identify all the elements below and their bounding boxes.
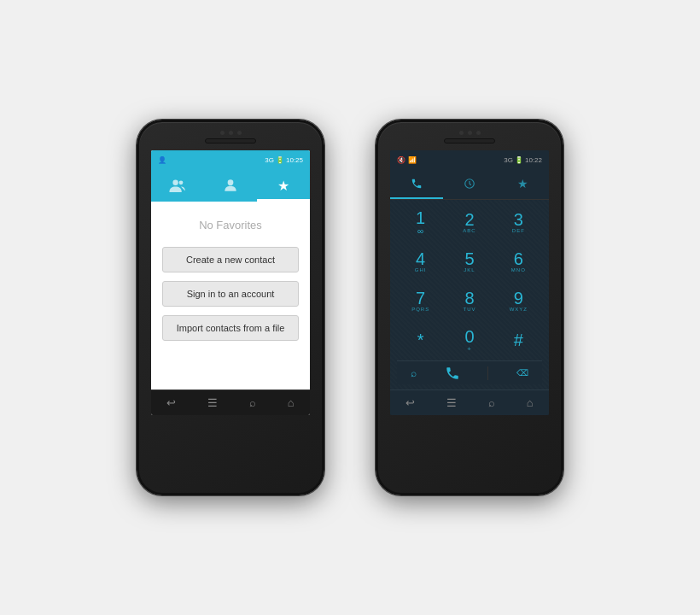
no-favorites-label: No Favorites (199, 219, 262, 231)
phone-speaker (205, 138, 256, 144)
right-phone: 🔇 📶 3G 🔋 10:22 (376, 120, 563, 495)
tab-contact-single[interactable] (204, 169, 257, 202)
battery-icon-right: 🔋 (515, 156, 523, 164)
time-left: 10:25 (286, 156, 303, 164)
sub-plus: + (467, 345, 472, 353)
digit-6: 6 (514, 250, 523, 267)
contacts-body: No Favorites Create a new contact Sign i… (151, 202, 310, 390)
profile-icon: 👤 (158, 156, 166, 164)
signal-left: 3G (265, 156, 274, 164)
dial-key-5[interactable]: 5 JKL (446, 244, 493, 278)
contacts-screen: 👤 3G 🔋 10:25 (151, 150, 310, 415)
svg-point-0 (172, 180, 178, 185)
phone-dots (220, 131, 242, 135)
digit-4: 4 (416, 250, 425, 267)
dial-key-0[interactable]: 0 + (446, 323, 493, 357)
back-button-right[interactable]: ↩ (405, 396, 415, 409)
digit-hash: # (514, 331, 523, 348)
dial-key-7[interactable]: 7 PQRS (397, 284, 444, 318)
dot-r-2 (468, 131, 472, 135)
dialer-call-button[interactable] (445, 366, 460, 381)
digit-9: 9 (514, 290, 523, 307)
search-button-left[interactable]: ⌕ (249, 396, 256, 409)
dialer-status-left: 🔇 📶 (397, 156, 417, 164)
dial-key-star[interactable]: * (397, 323, 444, 357)
dialer-bottom-action-bar: ⌕ ⌫ (397, 360, 542, 384)
status-left: 👤 (158, 156, 166, 164)
home-button-left[interactable]: ⌂ (288, 396, 295, 409)
tab-dialer-phone[interactable] (390, 168, 443, 199)
home-button-right[interactable]: ⌂ (527, 396, 534, 409)
dialer-notification-icon: 🔇 (397, 156, 405, 164)
digit-2: 2 (464, 211, 474, 228)
digit-8: 8 (464, 290, 474, 307)
menu-button-right[interactable]: ☰ (446, 396, 457, 409)
tab-contacts-group[interactable] (151, 169, 204, 202)
tab-favorites[interactable]: ★ (257, 169, 310, 202)
dialer-screen: 🔇 📶 3G 🔋 10:22 (390, 150, 549, 415)
contacts-status-bar: 👤 3G 🔋 10:25 (151, 150, 310, 169)
create-contact-button[interactable]: Create a new contact (162, 247, 299, 272)
dot-1 (220, 131, 225, 135)
dot-r-1 (459, 131, 464, 135)
star-icon-dialer: ★ (517, 177, 528, 190)
dial-key-3[interactable]: 3 DEF (495, 205, 542, 239)
dot-3 (237, 131, 242, 135)
contacts-tab-bar: ★ (151, 169, 310, 202)
dial-key-4[interactable]: 4 GHI (397, 244, 444, 278)
sub-ghi: GHI (415, 267, 427, 272)
battery-icon-left: 🔋 (276, 156, 284, 164)
import-contacts-button[interactable]: Import contacts from a file (162, 315, 299, 341)
dialer-tab-bar: ★ (390, 169, 549, 200)
dial-key-hash[interactable]: # (495, 323, 542, 357)
dial-key-9[interactable]: 9 WXYZ (495, 284, 542, 318)
phone-dots-right (459, 131, 481, 135)
dialer-status-bar: 🔇 📶 3G 🔋 10:22 (390, 150, 549, 169)
tab-dialer-favorites[interactable]: ★ (496, 168, 549, 199)
sub-jkl: JKL (464, 267, 475, 272)
search-button-right[interactable]: ⌕ (488, 396, 495, 409)
star-icon-tab: ★ (277, 178, 289, 194)
dialpad-grid: 1 ∞ 2 ABC 3 DEF 4 GHI (397, 205, 542, 360)
sub-abc: ABC (463, 228, 475, 233)
bottom-nav-right: ↩ ☰ ⌕ ⌂ (390, 390, 549, 415)
digit-3: 3 (514, 211, 523, 228)
sub-pqrs: PQRS (411, 307, 429, 312)
dial-key-1[interactable]: 1 ∞ (397, 205, 444, 239)
sub-mno: MNO (511, 267, 526, 272)
time-right: 10:22 (525, 156, 542, 164)
dialer-separator (487, 366, 488, 380)
menu-button-left[interactable]: ☰ (207, 396, 218, 409)
digit-5: 5 (464, 250, 474, 267)
digit-1: 1 (416, 209, 425, 226)
sign-in-button[interactable]: Sign in to an account (162, 281, 299, 307)
back-button-left[interactable]: ↩ (166, 396, 176, 409)
digit-7: 7 (416, 290, 425, 307)
digit-star: * (417, 331, 424, 348)
status-icons-left: 3G 🔋 10:25 (265, 156, 303, 164)
dial-key-6[interactable]: 6 MNO (495, 244, 542, 278)
dot-2 (229, 131, 233, 135)
sub-voicemail: ∞ (417, 226, 423, 236)
dialer-status-icons: 3G 🔋 10:22 (504, 156, 542, 164)
dialer-wifi-icon: 📶 (408, 156, 417, 164)
dialer-search-icon[interactable]: ⌕ (411, 367, 417, 379)
signal-right: 3G (504, 156, 513, 164)
dialer-backspace-icon[interactable]: ⌫ (516, 368, 528, 378)
phone-speaker-right (444, 138, 495, 144)
sub-tuv: TUV (463, 307, 475, 312)
dial-key-8[interactable]: 8 TUV (446, 284, 493, 318)
sub-wxyz: WXYZ (510, 307, 528, 312)
phone-top-right (378, 122, 561, 144)
sub-def: DEF (512, 228, 525, 233)
svg-point-2 (228, 179, 234, 185)
digit-0: 0 (464, 328, 474, 345)
bottom-nav-left: ↩ ☰ ⌕ ⌂ (151, 390, 310, 415)
left-phone: 👤 3G 🔋 10:25 (137, 120, 324, 495)
dialer-body: 1 ∞ 2 ABC 3 DEF 4 GHI (390, 200, 549, 390)
dot-r-3 (476, 131, 481, 135)
tab-dialer-history[interactable] (443, 168, 496, 199)
dial-key-2[interactable]: 2 ABC (446, 205, 493, 239)
phone-top-left (139, 122, 322, 144)
svg-point-1 (179, 180, 184, 184)
